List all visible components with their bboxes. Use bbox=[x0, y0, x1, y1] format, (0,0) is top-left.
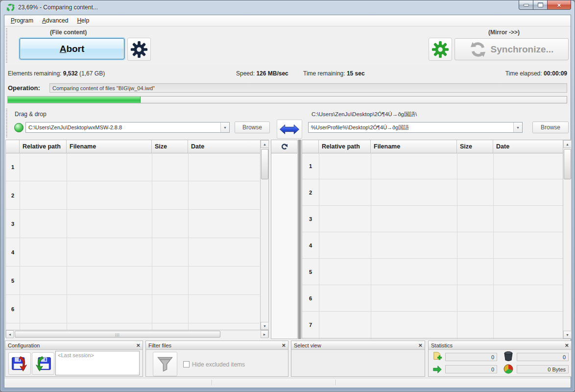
left-col-filename[interactable]: Filename bbox=[67, 140, 152, 153]
menu-program[interactable]: Program bbox=[6, 16, 38, 25]
filter-title: Filter files bbox=[148, 343, 171, 348]
filter-panel-body: Hide excluded items bbox=[146, 350, 288, 376]
left-grid-rows[interactable]: 1 2 3 4 5 6 bbox=[6, 153, 260, 330]
abort-button[interactable]: Abort bbox=[20, 38, 124, 59]
update-items-icon bbox=[432, 365, 442, 374]
configuration-panel-body: <Last session> bbox=[5, 350, 143, 376]
configuration-close-icon[interactable]: × bbox=[136, 343, 140, 348]
right-col-relative-path[interactable]: Relative path bbox=[319, 140, 371, 153]
select-view-title: Select view bbox=[294, 343, 321, 348]
compare-settings-button[interactable] bbox=[127, 38, 151, 61]
left-hscroll-thumb[interactable]: ||| bbox=[15, 331, 220, 338]
left-grid-header: Relative path Filename Size Date bbox=[6, 140, 268, 153]
title-bar[interactable]: 23,69% - Comparing content... × bbox=[0, 0, 575, 15]
middle-column-header[interactable] bbox=[271, 140, 297, 153]
window-title: 23,69% - Comparing content... bbox=[18, 4, 98, 11]
left-vscroll-thumb[interactable] bbox=[261, 149, 268, 179]
maximize-button[interactable] bbox=[533, 0, 548, 10]
close-button[interactable]: × bbox=[548, 0, 571, 10]
synchronize-button[interactable]: Synchronize... bbox=[455, 38, 569, 60]
filter-files-panel: Filter files × Hide excluded items bbox=[145, 341, 288, 377]
filter-close-icon[interactable]: × bbox=[282, 343, 286, 348]
minimize-button[interactable] bbox=[519, 0, 533, 10]
right-folder-combo[interactable]: %UserProfile%\Desktop\2Ó¶4Ú→ðg国語 ▼ bbox=[308, 122, 523, 133]
hide-excluded-row: Hide excluded items bbox=[183, 361, 245, 368]
gear-dark-icon bbox=[130, 40, 148, 59]
left-col-date[interactable]: Date bbox=[188, 140, 260, 153]
config-history-item[interactable]: <Last session> bbox=[58, 352, 94, 358]
right-col-size[interactable]: Size bbox=[457, 140, 493, 153]
pane-grip[interactable] bbox=[6, 109, 7, 137]
scroll-down-icon[interactable]: ▼ bbox=[563, 331, 572, 339]
data-volume-icon bbox=[503, 364, 514, 374]
right-file-grid: Relative path Filename Size Date 1 2 3 4… bbox=[302, 140, 572, 339]
right-row-number: 6 bbox=[302, 285, 319, 311]
right-rownum-header bbox=[302, 140, 319, 153]
abort-label: Abort bbox=[60, 44, 85, 54]
left-row-number: 5 bbox=[6, 267, 20, 294]
load-config-button[interactable] bbox=[32, 352, 54, 375]
create-count-field: 0 bbox=[445, 353, 497, 361]
scroll-left-icon[interactable]: ◄ bbox=[6, 330, 14, 338]
right-browse-button[interactable]: Browse bbox=[532, 122, 569, 133]
center-splitter[interactable] bbox=[298, 140, 301, 339]
right-vscroll-thumb[interactable] bbox=[564, 149, 571, 179]
swap-arrows-icon bbox=[279, 123, 300, 136]
right-grid-rows[interactable]: 1 2 3 4 5 6 7 bbox=[302, 153, 563, 339]
configuration-panel-header[interactable]: Configuration × bbox=[5, 341, 143, 350]
synchronize-label: Synchronize... bbox=[491, 44, 554, 55]
left-folder-combo[interactable]: C:\Users\ZenJu\Desktop\wxMSW-2.8.8 ▼ bbox=[25, 122, 230, 133]
right-folder-dropdown-icon[interactable]: ▼ bbox=[513, 122, 522, 132]
hide-excluded-checkbox[interactable] bbox=[183, 361, 190, 368]
operation-field: Comparing content of files "BIG\jw_04.iw… bbox=[49, 83, 567, 93]
scroll-right-icon[interactable]: ► bbox=[261, 330, 268, 338]
right-row-number: 7 bbox=[302, 312, 319, 338]
scroll-up-icon[interactable]: ▲ bbox=[563, 140, 572, 148]
scroll-up-icon[interactable]: ▲ bbox=[261, 140, 269, 148]
scroll-down-icon[interactable]: ▼ bbox=[261, 322, 269, 330]
app-window: 23,69% - Comparing content... × Program … bbox=[0, 0, 575, 392]
right-grid-vscrollbar[interactable]: ▲ ▼ bbox=[563, 140, 571, 339]
right-col-filename[interactable]: Filename bbox=[371, 140, 457, 153]
load-config-icon bbox=[34, 355, 52, 372]
left-folder-dropdown-icon[interactable]: ▼ bbox=[220, 122, 229, 132]
sync-variant-caption: (Mirror ->>) bbox=[488, 29, 520, 36]
filter-panel-header[interactable]: Filter files × bbox=[146, 341, 288, 350]
speed: Speed: 126 MB/sec bbox=[236, 70, 288, 77]
config-history-listbox[interactable]: <Last session> bbox=[55, 351, 140, 375]
left-grid-hscrollbar[interactable]: ◄ ||| ► bbox=[6, 330, 268, 338]
grid-column-divider bbox=[371, 153, 371, 339]
right-row-number: 1 bbox=[302, 153, 319, 179]
update-count-field: 0 bbox=[445, 365, 497, 373]
statistics-close-icon[interactable]: × bbox=[565, 343, 569, 348]
client-area: Program Advanced Help (File content) Abo… bbox=[4, 15, 571, 388]
select-view-close-icon[interactable]: × bbox=[418, 343, 422, 348]
left-browse-button[interactable]: Browse bbox=[235, 122, 270, 133]
compare-variant-caption: (File content) bbox=[50, 29, 87, 36]
filter-icon bbox=[156, 355, 174, 373]
delete-count-field: 0 bbox=[517, 353, 569, 361]
select-view-header[interactable]: Select view × bbox=[291, 341, 425, 350]
statusbar-divider bbox=[212, 380, 212, 385]
folder-history-dot-button[interactable] bbox=[14, 123, 24, 132]
hide-excluded-label: Hide excluded items bbox=[192, 361, 245, 368]
bottom-panels: Configuration × bbox=[4, 340, 571, 378]
elements-remaining: Elements remaining: 9,532 (1,67 GB) bbox=[8, 70, 105, 77]
save-config-button[interactable] bbox=[8, 352, 31, 375]
filter-button[interactable] bbox=[153, 352, 177, 376]
left-col-size[interactable]: Size bbox=[152, 140, 188, 153]
statistics-header[interactable]: Statistics × bbox=[429, 341, 571, 350]
swap-sides-button[interactable] bbox=[277, 120, 302, 139]
menu-advanced[interactable]: Advanced bbox=[38, 16, 72, 25]
menu-help[interactable]: Help bbox=[72, 16, 94, 25]
left-col-relative-path[interactable]: Relative path bbox=[20, 140, 67, 153]
statusbar-divider bbox=[335, 380, 336, 385]
sync-settings-button[interactable] bbox=[429, 38, 452, 61]
progress-bar bbox=[7, 96, 567, 103]
time-remaining: Time remaining: 15 sec bbox=[303, 70, 365, 77]
delete-items-icon bbox=[503, 351, 514, 362]
left-rownum-header bbox=[6, 140, 20, 153]
pane-grip[interactable] bbox=[6, 28, 7, 63]
right-col-date[interactable]: Date bbox=[493, 140, 563, 153]
left-grid-vscrollbar[interactable]: ▲ ▼ bbox=[260, 140, 268, 330]
